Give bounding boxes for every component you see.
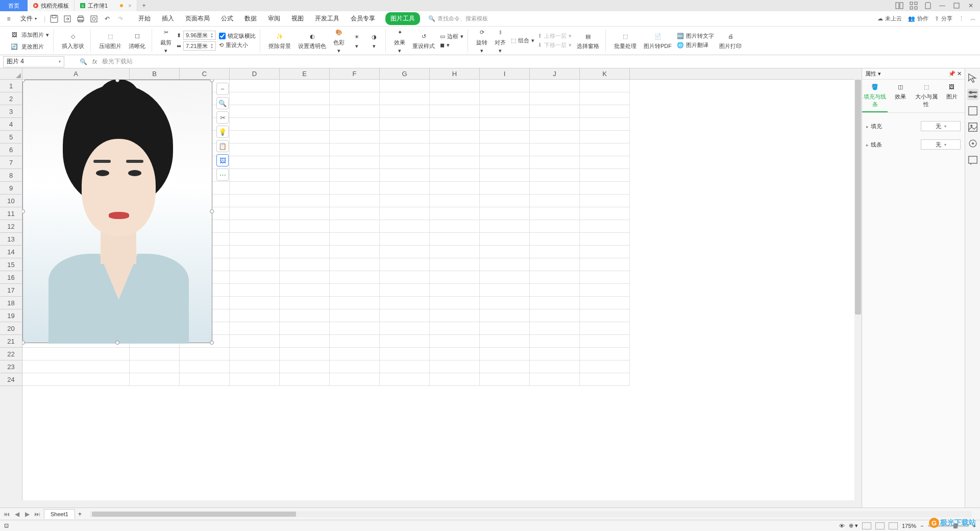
row-header[interactable]: 10 [0,195,22,207]
export-icon[interactable] [63,14,72,23]
cell[interactable] [380,118,430,131]
cell[interactable] [480,335,530,348]
cell[interactable] [580,246,630,258]
reset-style-button[interactable]: ↺重设样式 [410,31,437,50]
transparent-button[interactable]: ◐设置透明色 [296,31,328,50]
row-header[interactable]: 21 [0,335,22,348]
cell[interactable] [380,348,430,360]
cell[interactable] [430,105,480,118]
color-button[interactable]: 🎨色彩▾ [331,28,347,54]
cell[interactable] [230,258,280,271]
reset-size-button[interactable]: ⟲重设大小 [219,41,256,49]
cell[interactable] [430,131,480,143]
hamburger-icon[interactable]: ≡ [4,14,13,23]
column-headers[interactable]: ABCDEFGHIJK [22,68,854,80]
cell[interactable] [530,348,580,360]
minimize-icon[interactable]: — [938,2,946,10]
row-header[interactable]: 14 [0,246,22,258]
cell[interactable] [330,335,380,348]
cell[interactable] [580,156,630,169]
cell[interactable] [380,80,430,92]
cell[interactable] [430,271,480,284]
cell[interactable] [230,207,280,220]
vertical-scrollbar[interactable] [854,68,862,500]
cell[interactable] [530,360,580,373]
cell[interactable] [180,348,230,360]
row-header[interactable]: 17 [0,284,22,297]
rail-help-icon[interactable] [967,154,978,165]
row-header[interactable]: 19 [0,309,22,322]
resize-handle[interactable] [115,341,119,345]
cell[interactable] [230,143,280,156]
cell[interactable] [280,207,330,220]
cell[interactable] [580,297,630,309]
line-section[interactable]: ▸线条 无▾ [866,135,961,154]
cell[interactable] [380,207,430,220]
to-text-button[interactable]: 🔤图片转文字 [677,32,714,40]
cell[interactable] [380,182,430,195]
cell[interactable] [580,233,630,246]
crop-tool-icon[interactable]: ✂ [216,111,229,124]
cell[interactable] [280,373,330,386]
cell[interactable] [480,284,530,297]
cell[interactable] [430,169,480,182]
resize-handle[interactable] [210,209,214,213]
last-sheet-icon[interactable]: ⏭ [34,511,41,518]
compress-button[interactable]: ⬚压缩图片 [97,31,124,50]
cell[interactable] [22,373,130,386]
cell[interactable] [130,373,180,386]
print-icon[interactable] [76,14,85,23]
cell[interactable] [380,373,430,386]
cell[interactable] [430,322,480,335]
cell[interactable] [530,373,580,386]
cell[interactable] [430,220,480,233]
rotate-button[interactable]: ⟳旋转▾ [474,28,489,54]
cell[interactable] [380,360,430,373]
cell[interactable] [580,258,630,271]
menu-formula[interactable]: 公式 [220,12,234,25]
cell[interactable] [430,246,480,258]
cell[interactable] [280,92,330,105]
cell[interactable] [22,360,130,373]
cell[interactable] [230,233,280,246]
border-button[interactable]: ▭边框 ▾ [440,33,463,40]
cell[interactable] [580,118,630,131]
column-header[interactable]: J [530,68,580,79]
cell[interactable] [230,131,280,143]
status-record-icon[interactable]: ⊡ [4,522,9,529]
cell[interactable] [580,335,630,348]
cell[interactable] [430,118,480,131]
row-header[interactable]: 2 [0,92,22,105]
cell[interactable] [580,105,630,118]
cell[interactable] [330,207,380,220]
menu-data[interactable]: 数据 [243,12,258,25]
share-button[interactable]: ⇪分享 [935,15,952,22]
cell[interactable] [380,169,430,182]
cell[interactable] [280,284,330,297]
row-headers[interactable]: 123456789101112131415161718192021222324 [0,80,22,500]
cell[interactable] [580,373,630,386]
cell[interactable] [330,284,380,297]
cell[interactable] [480,118,530,131]
cell[interactable] [480,143,530,156]
column-header[interactable]: H [430,68,480,79]
cell[interactable] [330,169,380,182]
cell[interactable] [480,271,530,284]
name-box[interactable]: 图片 4▾ [3,56,64,67]
cell[interactable] [280,80,330,92]
first-sheet-icon[interactable]: ⏮ [3,511,10,518]
cell[interactable] [480,220,530,233]
normal-view-icon[interactable] [862,522,871,529]
cell[interactable] [280,335,330,348]
cell[interactable] [230,335,280,348]
cell[interactable] [530,182,580,195]
down-layer-button[interactable]: ⬇下移一层 ▾ [537,41,572,49]
row-header[interactable]: 24 [0,373,22,386]
row-header[interactable]: 20 [0,322,22,335]
insert-shape-button[interactable]: ◇插入形状 [60,31,86,50]
row-header[interactable]: 11 [0,207,22,220]
cell[interactable] [530,271,580,284]
more-icon[interactable]: ⋮ [959,15,964,22]
cell[interactable] [480,246,530,258]
remove-bg-button[interactable]: ✨抠除背景 [266,31,293,50]
